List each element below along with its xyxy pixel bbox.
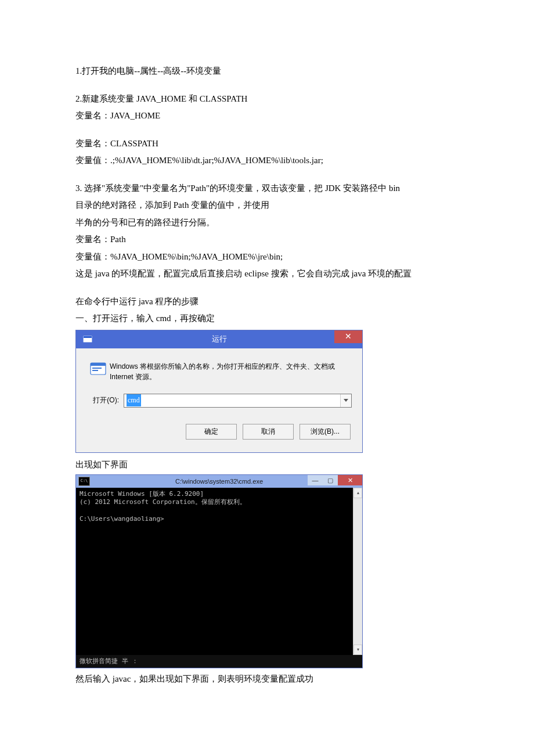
run-titlebar[interactable]: 运行 ✕ <box>76 330 362 348</box>
close-button[interactable]: ✕ <box>334 330 362 343</box>
svg-rect-3 <box>91 363 106 366</box>
close-icon: ✕ <box>348 475 353 486</box>
step2-varvalue2: 变量值：.;%JAVA_HOME%\lib\dt.jar;%JAVA_HOME%… <box>75 153 459 168</box>
close-icon: ✕ <box>345 330 352 344</box>
chevron-down-icon: ▾ <box>357 646 359 654</box>
step3-line2: 目录的绝对路径，添加到 Path 变量的值中，并使用 <box>75 198 459 213</box>
chevron-up-icon: ▴ <box>357 489 359 497</box>
run-desc: Windows 将根据你所输入的名称，为你打开相应的程序、文件夹、文档或 Int… <box>110 361 352 382</box>
document-page: 1.打开我的电脑--属性--高级--环境变量 2.新建系统变量 JAVA_HOM… <box>0 0 534 756</box>
scroll-down-button[interactable]: ▾ <box>353 645 362 655</box>
then-text: 然后输入 javac，如果出现如下界面，则表明环境变量配置成功 <box>75 672 459 687</box>
cmd-titlebar[interactable]: C:\ C:\windows\system32\cmd.exe ― ▢ ✕ <box>76 475 362 488</box>
step1-text: 1.打开我的电脑--属性--高级--环境变量 <box>75 64 459 79</box>
step2-varname2: 变量名：CLASSPATH <box>75 136 459 152</box>
chevron-down-icon <box>344 394 348 406</box>
open-combobox[interactable]: cmd <box>124 394 352 408</box>
cmd-scrollbar[interactable]: ▴ ▾ <box>353 488 362 655</box>
close-button[interactable]: ✕ <box>338 475 362 485</box>
run-body: Windows 将根据你所输入的名称，为你打开相应的程序、文件夹、文档或 Int… <box>76 348 362 452</box>
scroll-up-button[interactable]: ▴ <box>353 488 362 498</box>
ok-button[interactable]: 确定 <box>186 424 237 440</box>
run-info-icon <box>86 361 110 382</box>
maximize-button[interactable]: ▢ <box>323 475 338 485</box>
svg-rect-5 <box>92 370 98 371</box>
minimize-button[interactable]: ― <box>308 475 323 485</box>
run-title: 运行 <box>76 333 362 345</box>
appear-text: 出现如下界面 <box>75 458 459 473</box>
svg-rect-4 <box>92 368 102 369</box>
cmd-steps-title: 在命令行中运行 java 程序的步骤 <box>75 294 459 309</box>
browse-button[interactable]: 浏览(B)... <box>300 424 351 440</box>
open-label: 打开(O): <box>86 394 124 406</box>
step3-note: 这是 java 的环境配置，配置完成后直接启动 eclipse 搜索，它会自动完… <box>75 267 459 282</box>
step3-varname: 变量名：Path <box>75 232 459 247</box>
combo-dropdown-button[interactable] <box>340 394 351 407</box>
step3-line3: 半角的分号和已有的路径进行分隔。 <box>75 215 459 231</box>
cmd-window: C:\ C:\windows\system32\cmd.exe ― ▢ ✕ Mi… <box>75 474 363 668</box>
open-value: cmd <box>127 394 141 406</box>
minimize-icon: ― <box>312 475 319 486</box>
step3-line1: 3. 选择"系统变量"中变量名为"Path"的环境变量，双击该变量，把 JDK … <box>75 181 459 196</box>
cmd-step1: 一、打开运行，输入 cmd，再按确定 <box>75 311 459 326</box>
cancel-button[interactable]: 取消 <box>243 424 294 440</box>
cmd-output[interactable]: Microsoft Windows [版本 6.2.9200] (c) 2012… <box>76 488 353 655</box>
step2-title: 2.新建系统变量 JAVA_HOME 和 CLASSPATH <box>75 92 459 107</box>
maximize-icon: ▢ <box>327 475 333 486</box>
run-dialog: 运行 ✕ Windows 将根据你所输入的名称，为你打开相应的程序、文件夹、文档… <box>75 330 363 453</box>
open-input[interactable]: cmd <box>124 394 340 407</box>
step2-varname1: 变量名：JAVA_HOME <box>75 109 459 124</box>
ime-status-bar: 微软拼音简捷 半 ： <box>76 655 362 668</box>
step3-varvalue: 变量值：%JAVA_HOME%\bin;%JAVA_HOME%\jre\bin; <box>75 250 459 265</box>
